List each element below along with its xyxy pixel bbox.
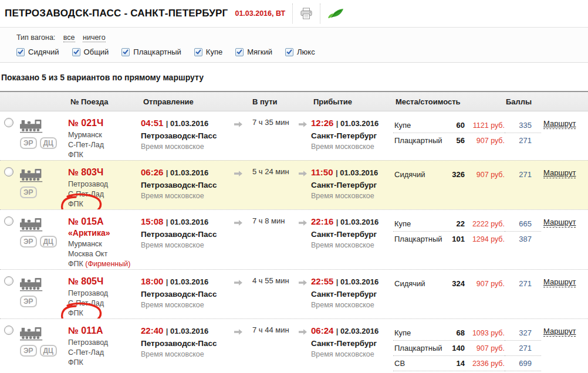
train-badges: ЭРДЦ bbox=[20, 345, 68, 357]
eco-mode-button[interactable] bbox=[327, 8, 344, 19]
departure-date: 01.03.2016 bbox=[166, 218, 208, 226]
departure-time: 04:51 bbox=[141, 118, 163, 128]
select-train-radio[interactable] bbox=[4, 167, 13, 177]
points-value: 335 bbox=[505, 118, 541, 133]
select-all-link[interactable]: все bbox=[63, 33, 75, 42]
train-number: № 011А bbox=[68, 325, 141, 336]
arrival-time: 06:24 bbox=[311, 325, 333, 335]
points-value: 1631 bbox=[505, 371, 541, 373]
train-railway: С-Пет-Лад bbox=[68, 140, 141, 150]
checkbox-label: Люкс bbox=[297, 48, 315, 56]
seat-price: 1294 руб. bbox=[465, 235, 505, 243]
seat-type: Плацкартный bbox=[394, 136, 448, 145]
arrival-date: 01.03.2016 bbox=[336, 277, 379, 286]
trip-duration: 7 ч 8 мин bbox=[246, 210, 298, 269]
seat-price: 907 руб. bbox=[465, 137, 505, 145]
train-badges: ЭРДЦ bbox=[20, 137, 68, 149]
route-link[interactable]: Маршрут bbox=[543, 277, 576, 287]
checkbox-checked[interactable] bbox=[16, 48, 25, 56]
train-origin: Мурманск bbox=[68, 239, 141, 249]
seat-type: СВ bbox=[394, 359, 448, 368]
seat-count: 324 bbox=[448, 279, 465, 288]
column-header-seats-price: Места/стоимость bbox=[393, 97, 505, 106]
departure-station: Петрозаводск-Пасс bbox=[141, 131, 234, 141]
car-type-checkbox-1[interactable]: Общий bbox=[72, 48, 109, 56]
route-link[interactable]: Маршрут bbox=[543, 218, 576, 228]
arrow-right-icon bbox=[298, 328, 307, 335]
select-train-radio[interactable] bbox=[4, 276, 13, 286]
route-link[interactable]: Маршрут bbox=[543, 119, 576, 129]
checkbox-checked[interactable] bbox=[285, 48, 293, 56]
train-feature-badge: ЭР bbox=[20, 236, 37, 247]
arrival-timezone-note: Время московское bbox=[311, 349, 393, 360]
car-type-checkbox-0[interactable]: Сидячий bbox=[16, 48, 59, 56]
checkbox-checked[interactable] bbox=[72, 48, 80, 56]
train-carrier: ФПК bbox=[68, 358, 83, 367]
seat-price: 2336 руб. bbox=[465, 360, 505, 368]
train-icon bbox=[20, 167, 43, 182]
page-header: ПЕТРОЗАВОДСК-ПАСС - САНКТ-ПЕТЕРБУРГ 01.0… bbox=[0, 0, 588, 27]
points-column: 335271 bbox=[505, 111, 541, 160]
points-value: 271 bbox=[505, 276, 541, 291]
seat-count: 56 bbox=[448, 136, 465, 145]
points-value: 271 bbox=[505, 340, 541, 355]
train-carrier: ФПК bbox=[68, 309, 83, 317]
arrow-right-icon bbox=[234, 279, 243, 286]
select-train-radio[interactable] bbox=[4, 118, 13, 127]
route-link[interactable]: Маршрут bbox=[543, 327, 576, 337]
seat-price: 1093 руб. bbox=[465, 329, 505, 337]
divider bbox=[320, 4, 320, 23]
seat-count: 101 bbox=[448, 235, 465, 243]
departure-timezone-note: Время московское bbox=[141, 191, 234, 201]
seat-price: 1121 руб. bbox=[465, 121, 505, 130]
train-number: № 021Ч bbox=[68, 118, 141, 128]
train-number: № 805Ч bbox=[68, 276, 141, 287]
car-type-checkbox-4[interactable]: Мягкий bbox=[235, 48, 272, 56]
train-carrier: ФПК bbox=[68, 151, 83, 159]
car-type-checkbox-5[interactable]: Люкс bbox=[285, 48, 315, 56]
checkbox-checked[interactable] bbox=[194, 48, 202, 56]
select-none-link[interactable]: ничего bbox=[83, 33, 106, 42]
departure-station: Петрозаводск-Пасс bbox=[141, 229, 234, 240]
car-type-checkbox-2[interactable]: Плацкартный bbox=[121, 48, 181, 56]
seat-type: Сидячий bbox=[394, 279, 448, 288]
train-feature-badge: ЭР bbox=[20, 137, 37, 149]
arrow-right-icon bbox=[298, 170, 307, 177]
trip-duration: 5 ч 24 мин bbox=[246, 161, 298, 209]
arrival-date: 01.03.2016 bbox=[336, 168, 378, 177]
train-row: ЭРДЦ№ 015А«Арктика»МурманскМосква ОктФПК… bbox=[0, 209, 588, 269]
arrival-date: 01.03.2016 bbox=[336, 119, 379, 128]
seat-type: Купе bbox=[394, 219, 448, 228]
train-number: № 015А bbox=[68, 216, 141, 227]
train-carrier: ФПК bbox=[68, 260, 83, 268]
column-header-arrival: Прибытие bbox=[311, 97, 393, 106]
select-train-radio[interactable] bbox=[4, 325, 13, 335]
check-icon bbox=[18, 49, 23, 55]
train-origin: Петрозавод bbox=[68, 338, 141, 348]
checkbox-checked[interactable] bbox=[235, 48, 244, 56]
seat-class-row: Люкс85448 руб. bbox=[393, 371, 505, 373]
printer-icon[interactable] bbox=[300, 8, 313, 19]
checkbox-checked[interactable] bbox=[121, 48, 130, 56]
departure-station: Петрозаводск-Пасс bbox=[141, 180, 234, 191]
train-origin: Петрозавод bbox=[68, 179, 141, 189]
seat-count: 140 bbox=[448, 344, 465, 352]
train-carrier-line: ФПК (Фирменный) bbox=[68, 259, 141, 269]
print-button[interactable] bbox=[300, 8, 313, 19]
checkbox-label: Общий bbox=[84, 48, 109, 56]
results-summary: Показано 5 из 5 вариантов по прямому мар… bbox=[0, 63, 588, 91]
leaf-icon[interactable] bbox=[327, 8, 344, 19]
carrier-note: (Фирменный) bbox=[85, 260, 130, 268]
train-row: ЭРДЦ№ 021ЧМурманскС-Пет-ЛадФПК04:51 01.0… bbox=[0, 111, 588, 160]
train-feature-badge: ЭР bbox=[20, 296, 37, 307]
select-train-radio[interactable] bbox=[4, 216, 13, 226]
column-header-duration: В пути bbox=[246, 97, 298, 106]
route-link[interactable]: Маршрут bbox=[543, 168, 576, 178]
train-feature-badge: ДЦ bbox=[40, 236, 57, 247]
seat-class-row: Плацкартный56907 руб. bbox=[393, 133, 505, 148]
train-origin: Петрозавод bbox=[68, 289, 141, 299]
train-feature-badge: ЭР bbox=[20, 186, 37, 198]
points-column: 3272716991631 bbox=[505, 319, 541, 373]
car-type-checkbox-3[interactable]: Купе bbox=[194, 48, 222, 56]
seat-class-row: Плацкартный1011294 руб. bbox=[393, 231, 505, 246]
